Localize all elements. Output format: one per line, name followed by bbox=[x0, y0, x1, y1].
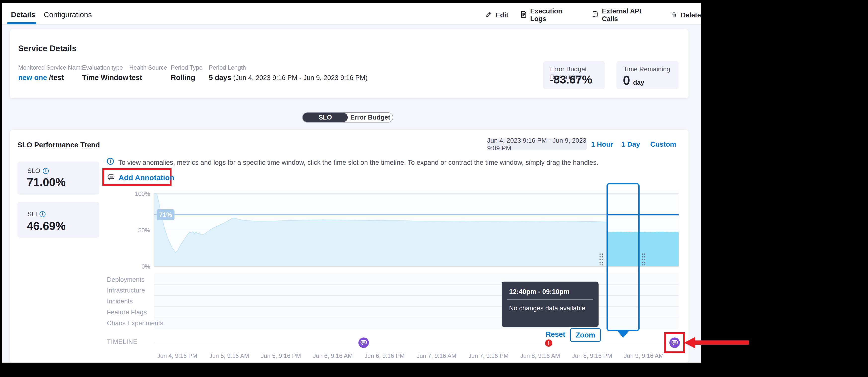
highlight-box-annotation-marker bbox=[664, 332, 685, 353]
field-period-type: Period Type Rolling bbox=[171, 64, 203, 82]
slo-label: SLO bbox=[27, 167, 40, 175]
trend-title: SLO Performance Trend bbox=[18, 141, 100, 149]
content-area: Details Configurations Edit Execution Lo… bbox=[0, 0, 701, 363]
sli-value: 46.69% bbox=[27, 219, 66, 232]
annotation-marker-icon[interactable] bbox=[358, 337, 369, 348]
reset-button[interactable]: Reset bbox=[546, 330, 565, 339]
toggle-option-error-budget[interactable]: Error Budget bbox=[348, 113, 393, 122]
add-annotation-button[interactable]: Add Annotation bbox=[107, 173, 174, 182]
health-source-label: Health Source bbox=[129, 64, 167, 71]
sli-label: SLI bbox=[27, 210, 37, 218]
highlight-box-add-annotation: Add Annotation bbox=[102, 168, 172, 186]
slo-info-icon[interactable]: i bbox=[43, 168, 49, 174]
toggle-option-slo[interactable]: SLO bbox=[303, 113, 348, 122]
monitored-service-path: /test bbox=[49, 73, 64, 82]
time-remaining-card: Time Remaining 0 day bbox=[616, 61, 679, 89]
xtick-5: Jun 7, 9:16 AM bbox=[407, 352, 466, 359]
range-custom-link[interactable]: Custom bbox=[650, 140, 676, 148]
execution-logs-label: Execution Logs bbox=[530, 7, 580, 23]
frame-top bbox=[0, 0, 868, 3]
row-label-infrastructure: Infrastructure bbox=[107, 286, 145, 294]
external-api-calls-label: External API Calls bbox=[602, 7, 659, 23]
speech-bubble-icon bbox=[107, 173, 115, 182]
tooltip-divider bbox=[507, 300, 593, 300]
monitored-service-link[interactable]: new one bbox=[18, 73, 47, 82]
field-monitored-service: Monitored Service Name new one /test bbox=[18, 64, 84, 82]
selection-right-drag-handle[interactable] bbox=[641, 252, 646, 265]
row-label-deployments: Deployments bbox=[107, 276, 145, 284]
delete-button[interactable]: Delete bbox=[671, 11, 701, 20]
zoom-button[interactable]: Zoom bbox=[570, 328, 601, 342]
row-feature-flags-track[interactable] bbox=[154, 307, 679, 318]
error-alert-icon[interactable]: ! bbox=[545, 340, 552, 347]
header-actions: Edit Execution Logs API External API Cal… bbox=[485, 7, 701, 23]
ytick-50: 50% bbox=[124, 227, 150, 234]
field-evaluation-type: Evaluation type Time Window bbox=[82, 64, 128, 82]
xtick-9: Jun 9, 9:16 AM bbox=[614, 352, 674, 359]
svg-text:API: API bbox=[592, 15, 596, 18]
xtick-4: Jun 6, 9:16 PM bbox=[355, 352, 414, 359]
trash-icon bbox=[671, 11, 678, 20]
timeline-label: TIMELINE bbox=[107, 338, 137, 345]
row-incidents-track[interactable] bbox=[154, 296, 679, 307]
sli-info-icon[interactable]: i bbox=[39, 211, 45, 217]
row-deployments-track[interactable] bbox=[154, 273, 679, 285]
xtick-3: Jun 6, 9:16 AM bbox=[303, 352, 363, 359]
service-details-title: Service Details bbox=[18, 44, 76, 53]
tab-details[interactable]: Details bbox=[11, 10, 35, 19]
pencil-icon bbox=[485, 11, 493, 20]
frame-left bbox=[0, 3, 2, 363]
tooltip-message: No changes data available bbox=[509, 305, 585, 312]
field-health-source: Health Source test bbox=[129, 64, 167, 82]
frame-right bbox=[701, 3, 868, 363]
xtick-8: Jun 8, 9:16 PM bbox=[562, 352, 622, 359]
range-1hour-link[interactable]: 1 Hour bbox=[591, 140, 613, 148]
slo-stat-card: SLOi 71.00% bbox=[18, 161, 99, 195]
add-annotation-label: Add Annotation bbox=[119, 174, 174, 182]
monitored-service-label: Monitored Service Name bbox=[18, 64, 84, 71]
xtick-7: Jun 8, 9:16 AM bbox=[510, 352, 570, 359]
slo-value: 71.00% bbox=[27, 176, 66, 189]
range-1day-link[interactable]: 1 Day bbox=[621, 140, 640, 148]
document-icon bbox=[520, 11, 527, 20]
ytick-100: 100% bbox=[124, 190, 150, 197]
edit-button[interactable]: Edit bbox=[485, 11, 508, 20]
timeline-axis[interactable] bbox=[154, 343, 679, 343]
row-label-feature-flags: Feature Flags bbox=[107, 308, 147, 316]
evaluation-type-value: Time Window bbox=[82, 73, 128, 82]
frame-bottom bbox=[0, 363, 868, 377]
field-period-length: Period Length 5 days (Jun 4, 2023 9:16 P… bbox=[209, 64, 368, 82]
changes-tooltip: 12:40pm - 09:10pm No changes data availa… bbox=[502, 282, 598, 327]
date-range-chip[interactable]: Jun 4, 2023 9:16 PM - Jun 9, 2023 9:09 P… bbox=[487, 138, 587, 150]
row-label-incidents: Incidents bbox=[107, 297, 133, 305]
selection-pointer-icon bbox=[617, 331, 629, 338]
period-length-detail: (Jun 4, 2023 9:16 PM - Jun 9, 2023 9:16 … bbox=[233, 74, 367, 82]
red-arrow-shaft bbox=[695, 341, 749, 345]
slo-performance-trend-card: SLO Performance Trend Jun 4, 2023 9:16 P… bbox=[10, 130, 688, 363]
time-remaining-label: Time Remaining bbox=[623, 65, 670, 73]
external-api-calls-button[interactable]: API External API Calls bbox=[591, 7, 659, 23]
slo-target-badge: 71% bbox=[157, 209, 175, 220]
xtick-1: Jun 5, 9:16 AM bbox=[199, 352, 259, 359]
edit-label: Edit bbox=[496, 11, 508, 19]
time-window-selection[interactable] bbox=[607, 183, 640, 331]
error-budget-remaining-value: -83.67% bbox=[550, 73, 592, 86]
info-icon: ! bbox=[107, 158, 114, 165]
health-source-value: test bbox=[129, 73, 167, 82]
row-chaos-experiments-track[interactable] bbox=[154, 318, 679, 329]
app-window: Details Configurations Edit Execution Lo… bbox=[0, 0, 868, 377]
selection-left-drag-handle[interactable] bbox=[598, 252, 603, 265]
execution-logs-button[interactable]: Execution Logs bbox=[520, 7, 580, 23]
active-tab-underline bbox=[7, 22, 36, 24]
slo-errorbudget-toggle: SLO Error Budget bbox=[302, 112, 393, 123]
time-remaining-unit: day bbox=[633, 79, 644, 87]
row-infrastructure-track[interactable] bbox=[154, 285, 679, 296]
period-type-value: Rolling bbox=[171, 73, 203, 82]
evaluation-type-label: Evaluation type bbox=[82, 64, 128, 71]
top-bar: Details Configurations Edit Execution Lo… bbox=[0, 0, 701, 25]
xtick-0: Jun 4, 9:16 PM bbox=[147, 352, 207, 359]
error-budget-remaining-card: Error Budget Remaining -83.67% bbox=[543, 61, 605, 89]
red-arrow-icon bbox=[684, 337, 695, 348]
tooltip-time-range: 12:40pm - 09:10pm bbox=[509, 288, 569, 296]
tab-configurations[interactable]: Configurations bbox=[44, 10, 92, 19]
